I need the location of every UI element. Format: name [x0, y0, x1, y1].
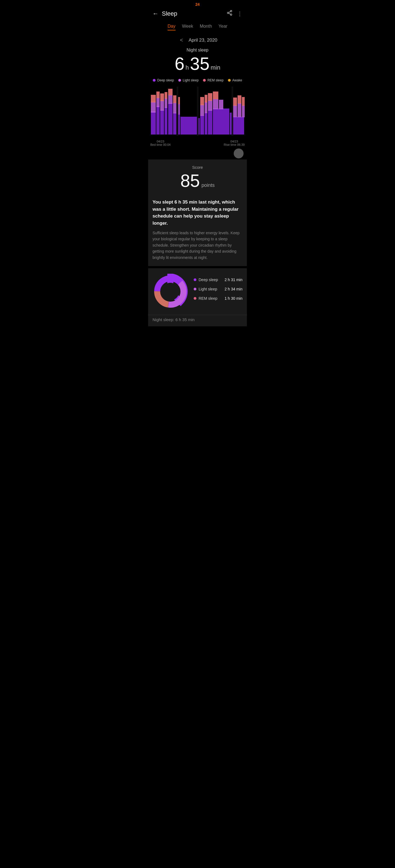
pie-deep-value: 2 h 31 min	[225, 278, 243, 282]
svg-point-1	[227, 12, 229, 14]
svg-rect-43	[200, 97, 204, 105]
back-button[interactable]: ←	[152, 10, 159, 17]
section-divider	[148, 266, 247, 268]
pie-light-label: Light sleep	[199, 287, 217, 291]
svg-rect-20	[233, 117, 244, 134]
svg-rect-41	[173, 95, 176, 103]
svg-line-3	[229, 13, 230, 14]
light-sleep-dot	[178, 79, 181, 82]
pie-chart-section: Deep sleep 2 h 31 min Light sleep 2 h 34…	[148, 268, 247, 315]
svg-rect-15	[200, 115, 204, 134]
sleep-hours: 6	[175, 54, 185, 74]
pie-legend-light: Light sleep 2 h 34 min	[194, 287, 243, 291]
svg-rect-8	[160, 110, 164, 134]
svg-rect-34	[237, 103, 242, 117]
svg-rect-32	[219, 100, 223, 109]
pie-legend: Deep sleep 2 h 31 min Light sleep 2 h 34…	[194, 278, 243, 306]
svg-rect-45	[208, 93, 212, 101]
date-navigation: < April 23, 2020	[148, 32, 247, 45]
sleep-chart	[148, 84, 247, 139]
rem-sleep-dot	[203, 79, 206, 82]
svg-rect-33	[233, 105, 237, 117]
tab-year[interactable]: Year	[219, 23, 227, 30]
scroll-dot[interactable]	[234, 149, 244, 158]
svg-rect-7	[157, 106, 160, 134]
legend-deep-sleep: Deep sleep	[153, 79, 174, 82]
deep-sleep-label: Deep sleep	[157, 79, 174, 82]
sleep-summary-section: Night sleep 6 h 35 min Deep sleep Light …	[148, 45, 247, 84]
pie-legend-rem: REM sleep 1 h 30 min	[194, 296, 243, 301]
svg-rect-40	[168, 89, 172, 95]
rem-sleep-label: REM sleep	[207, 79, 224, 82]
night-sleep-label: Night sleep	[152, 48, 243, 53]
prev-date-button[interactable]: <	[178, 36, 186, 44]
svg-rect-35	[242, 105, 245, 117]
svg-rect-31	[213, 99, 218, 109]
score-label: Score	[152, 165, 243, 169]
tab-day[interactable]: Day	[168, 23, 175, 30]
header: ← Sleep ⋮	[148, 8, 247, 21]
description-section: You slept 6 h 35 min last night, which w…	[148, 195, 247, 266]
bottom-teaser-text: Night sleep: 6 h 35 min	[152, 317, 243, 322]
svg-rect-28	[200, 104, 204, 116]
svg-rect-18	[213, 108, 229, 134]
pie-legend-deep: Deep sleep 2 h 31 min	[194, 278, 243, 282]
bed-time-label: Bed time 00:04	[150, 143, 171, 146]
svg-rect-9	[165, 107, 167, 134]
deep-sleep-dot	[153, 79, 156, 82]
svg-rect-49	[242, 97, 245, 106]
sleep-hours-unit: h	[186, 64, 189, 71]
svg-rect-38	[160, 93, 164, 101]
svg-rect-23	[160, 100, 164, 111]
bed-time-timestamp: 04/23 Bed time 00:04	[150, 140, 171, 146]
svg-rect-50	[177, 87, 178, 136]
svg-rect-44	[205, 95, 207, 102]
legend-awake: Awake	[228, 79, 242, 82]
svg-rect-22	[157, 97, 160, 107]
tab-month[interactable]: Month	[200, 23, 212, 30]
share-icon[interactable]	[227, 10, 233, 17]
svg-rect-25	[168, 95, 172, 104]
rise-time-label: Rise time 06:39	[224, 143, 245, 146]
score-section: Score 85 points	[148, 159, 247, 195]
status-bar: 24	[148, 0, 247, 8]
pie-rem-label: REM sleep	[199, 296, 217, 301]
legend-light-sleep: Light sleep	[178, 79, 199, 82]
tab-week[interactable]: Week	[182, 23, 193, 30]
chart-timestamps: 04/23 Bed time 00:04 04/23 Rise time 06:…	[148, 139, 247, 149]
light-sleep-label: Light sleep	[183, 79, 199, 82]
score-number: 85	[180, 171, 200, 191]
svg-rect-29	[205, 102, 207, 113]
score-unit: points	[202, 183, 215, 188]
svg-rect-48	[237, 95, 242, 103]
pie-legend-deep-left: Deep sleep	[194, 278, 218, 282]
svg-rect-47	[233, 97, 237, 106]
sleep-minutes-unit: min	[211, 64, 220, 71]
header-left: ← Sleep	[152, 10, 177, 17]
pie-chart	[152, 274, 188, 309]
pie-legend-rem-left: REM sleep	[194, 296, 217, 301]
pie-deep-dot	[194, 278, 196, 281]
svg-rect-16	[205, 113, 207, 134]
pie-deep-label: Deep sleep	[199, 278, 218, 282]
bottom-section: Night sleep: 6 h 35 min	[148, 315, 247, 326]
svg-rect-10	[168, 103, 172, 134]
svg-point-0	[230, 10, 232, 12]
page-title: Sleep	[162, 10, 177, 17]
svg-rect-30	[208, 100, 212, 111]
pie-legend-light-left: Light sleep	[194, 287, 217, 291]
score-value-row: 85 points	[152, 171, 243, 191]
pie-rem-value: 1 h 30 min	[225, 296, 243, 301]
bed-time-date: 04/23	[150, 140, 171, 143]
awake-dot	[228, 79, 231, 82]
donut-chart-svg	[152, 274, 188, 309]
sleep-chart-svg	[150, 87, 245, 136]
pie-rem-dot	[194, 297, 196, 300]
rise-time-timestamp: 04/23 Rise time 06:39	[224, 140, 245, 146]
svg-line-4	[229, 11, 230, 12]
svg-rect-11	[173, 113, 176, 134]
more-icon[interactable]: ⋮	[237, 10, 243, 17]
svg-point-2	[230, 14, 232, 16]
svg-rect-21	[151, 102, 156, 113]
awake-label: Awake	[232, 79, 242, 82]
